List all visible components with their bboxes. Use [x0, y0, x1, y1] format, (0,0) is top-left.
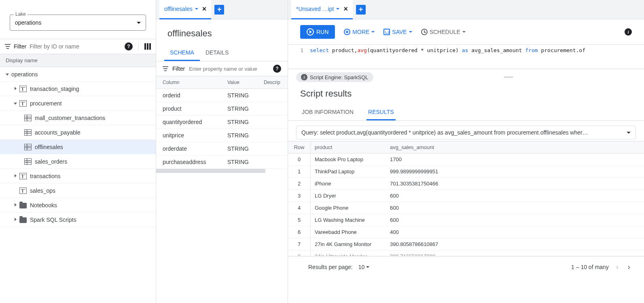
more-button[interactable]: MORE [344, 29, 375, 35]
table-row[interactable]: 1ThinkPad Laptop999.9899999999951 [288, 166, 644, 178]
table-row[interactable]: 727in 4K Gaming Monitor390.8058786610867 [288, 238, 644, 250]
next-page-button[interactable]: › [626, 262, 632, 271]
tree-node-notebooks[interactable]: Notebooks [0, 198, 156, 213]
help-icon[interactable]: ? [125, 42, 133, 50]
add-tab-button[interactable]: + [356, 5, 366, 15]
col-header-description: Descrip [264, 80, 280, 85]
cell-product: Google Phone [311, 202, 386, 214]
schema-row[interactable]: unitpriceSTRING [156, 129, 288, 142]
table-row[interactable]: 6Vareebadd Phone400 [288, 226, 644, 238]
per-page-label: Results per page: [308, 264, 353, 270]
caret-down-icon [366, 266, 369, 268]
caret-down-icon [371, 31, 375, 33]
tree-header: Display name [0, 54, 156, 67]
expand-icon [6, 74, 9, 76]
cell-rownum: 2 [288, 178, 311, 189]
tree-node-accounts-payable[interactable]: accounts_payable [0, 125, 156, 140]
prev-page-button[interactable]: ‹ [614, 262, 621, 271]
add-tab-button[interactable]: + [214, 5, 224, 15]
tree-node-transactions[interactable]: transactions [0, 169, 156, 183]
table-row[interactable]: 834in Ultrawide Monitor380.716558317308 [288, 250, 644, 256]
cell-rownum: 7 [288, 238, 311, 250]
script-toolbar: RUN MORE SAVE SCHEDULE i [288, 19, 644, 45]
script-tabs-bar: *Unsaved …ipt × + [288, 0, 644, 19]
tree-node-spark-scripts[interactable]: Spark SQL Scripts [0, 213, 156, 227]
results-tabs: JOB INFORMATION RESULTS [288, 105, 644, 121]
save-button[interactable]: SAVE [383, 29, 412, 35]
explorer-panel: Lake operations Filter ? Display name op… [0, 0, 156, 303]
run-button[interactable]: RUN [300, 25, 335, 39]
subtab-schema[interactable]: SCHEMA [164, 45, 200, 61]
table-row[interactable]: 5LG Washing Machine600 [288, 214, 644, 226]
filter-icon [5, 44, 11, 49]
info-icon[interactable]: i [625, 28, 632, 36]
tree-node-sales-orders[interactable]: sales_orders [0, 154, 156, 169]
folder-icon [19, 217, 27, 223]
schema-row[interactable]: purchaseaddressSTRING [156, 156, 288, 169]
schema-row[interactable]: quantityorderedSTRING [156, 116, 288, 129]
caret-down-icon [409, 31, 412, 33]
table-row[interactable]: 4Google Phone600 [288, 202, 644, 214]
save-icon [383, 29, 390, 35]
close-icon[interactable]: × [202, 5, 207, 13]
cell-amount: 600 [386, 190, 644, 202]
expand-icon [14, 103, 17, 105]
tab-offlinesales[interactable]: offlinesales × [159, 0, 211, 19]
gear-icon [344, 29, 350, 35]
caret-down-icon [462, 31, 466, 33]
clock-icon [421, 29, 428, 35]
close-icon[interactable]: × [343, 5, 348, 13]
tab-unsaved-script[interactable]: *Unsaved …ipt × [291, 0, 353, 19]
cell-amount: 380.716558317308 [386, 250, 644, 256]
subtab-details[interactable]: DETAILS [200, 45, 234, 61]
schema-col-name: unitprice [163, 132, 227, 139]
info-icon: i [301, 74, 307, 80]
tab-results[interactable]: RESULTS [366, 105, 396, 120]
code-editor[interactable]: 1 select product,avg(quantityordered * u… [288, 45, 644, 69]
query-selector[interactable]: Query: select product,avg(quantityordere… [296, 126, 636, 139]
schema-row[interactable]: orderdateSTRING [156, 142, 288, 156]
horizontal-scrollbar[interactable] [156, 169, 265, 173]
tree-node-transaction-staging[interactable]: transaction_staging [0, 82, 156, 96]
cell-product: Macbook Pro Laptop [311, 154, 386, 165]
col-header-column: Column [163, 80, 227, 85]
expand-icon [15, 87, 17, 90]
col-header-value: Value [227, 80, 264, 85]
filter-icon [163, 66, 168, 71]
tab-job-information[interactable]: JOB INFORMATION [300, 105, 355, 120]
tree-node-operations[interactable]: operations [0, 67, 156, 82]
col-header-row: Row [288, 141, 311, 153]
schedule-button[interactable]: SCHEDULE [421, 29, 466, 35]
tree-node-sales-ops[interactable]: sales_ops [0, 183, 156, 198]
results-pager: Results per page: 10 1 – 10 of many ‹ › [288, 256, 644, 277]
schema-row[interactable]: orderidSTRING [156, 89, 288, 102]
schema-col-type: STRING [227, 119, 264, 125]
cell-amount: 999.9899999999951 [386, 166, 644, 177]
caret-down-icon [195, 8, 198, 10]
cell-amount: 600 [386, 214, 644, 226]
tree-node-procurement[interactable]: procurement [0, 96, 156, 111]
help-icon[interactable]: ? [273, 65, 281, 73]
table-icon [24, 144, 32, 150]
schema-filter-input[interactable] [189, 66, 269, 72]
tree-node-mall-customer-transactions[interactable]: mall_customer_transactions [0, 111, 156, 125]
line-number: 1 [288, 47, 310, 66]
schema-col-name: orderid [163, 92, 227, 99]
resize-handle[interactable] [504, 76, 513, 78]
lake-label: Lake [14, 11, 28, 17]
cell-amount: 701.3035381750466 [386, 178, 644, 189]
cell-rownum: 1 [288, 166, 311, 177]
tree-node-offlinesales[interactable]: offlinesales [0, 140, 156, 154]
table-row[interactable]: 0Macbook Pro Laptop1700 [288, 154, 644, 166]
columns-icon[interactable] [144, 43, 151, 50]
lake-selector[interactable]: Lake operations [10, 15, 146, 31]
schema-row[interactable]: productSTRING [156, 102, 288, 116]
lake-value: operations [15, 19, 41, 26]
table-row[interactable]: 2iPhone701.3035381750466 [288, 178, 644, 190]
schema-col-type: STRING [227, 105, 264, 112]
schema-filter-row: Filter ? [156, 61, 288, 76]
cell-rownum: 4 [288, 202, 311, 214]
per-page-selector[interactable]: 10 [358, 264, 370, 270]
table-row[interactable]: 3LG Dryer600 [288, 190, 644, 202]
explorer-filter-input[interactable] [30, 43, 121, 50]
